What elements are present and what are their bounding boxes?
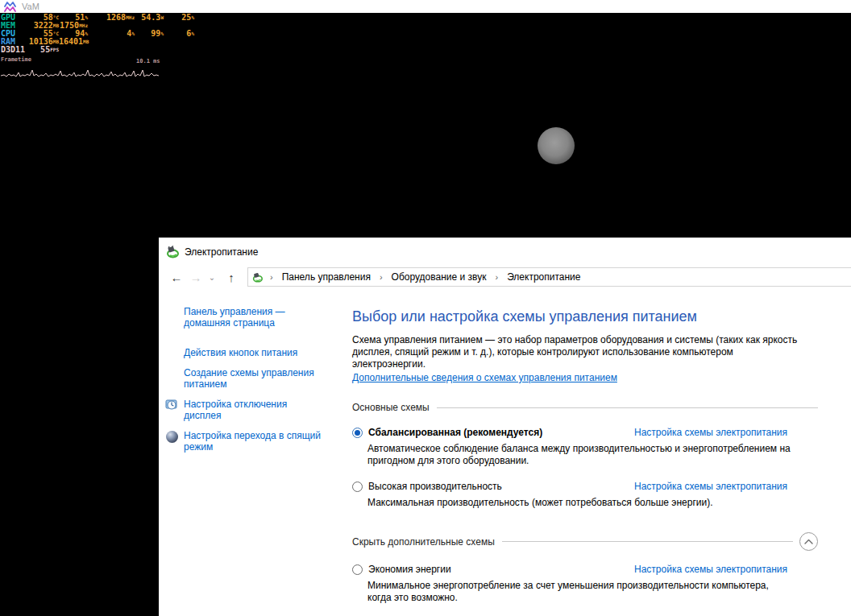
- plan-label[interactable]: Экономия энергии: [368, 564, 451, 575]
- sidebar-item-sleep-settings[interactable]: Настройка перехода в спящий режим: [164, 430, 352, 453]
- scene-sphere: [538, 127, 575, 164]
- radio-button[interactable]: [352, 564, 363, 575]
- plan-label[interactable]: Сбалансированная (рекомендуется): [368, 427, 542, 438]
- sidebar-item-display-off-settings[interactable]: Настройка отключения дисплея: [164, 399, 352, 421]
- address-power-icon: [252, 272, 263, 283]
- plan-power-saver: Экономия энергии Настройка схемы электро…: [352, 564, 818, 604]
- divider: [437, 407, 818, 408]
- performance-osd: GPU 58°C 51% 1268MHz 54.3W 25% MEM 3222M…: [1, 14, 199, 64]
- osd-row-mem: MEM 3222MB 1750MHz: [1, 22, 199, 30]
- breadcrumb-separator-icon: ›: [491, 272, 502, 282]
- divider: [502, 541, 793, 542]
- breadcrumb-separator-icon: ›: [376, 272, 387, 282]
- osd-row-fps: D3D11 55FPS: [1, 46, 199, 54]
- address-bar[interactable]: › Панель управления › Оборудование и зву…: [247, 267, 851, 287]
- power-options-window: Электропитание ← → ⌄ ↑ › Панель управлен…: [159, 238, 851, 616]
- change-plan-settings-link[interactable]: Настройка схемы электропитания: [634, 427, 787, 438]
- up-icon[interactable]: ↑: [222, 271, 241, 284]
- change-plan-settings-link[interactable]: Настройка схемы электропитания: [634, 564, 787, 575]
- collapse-section-button[interactable]: [799, 532, 818, 551]
- change-plan-settings-link[interactable]: Настройка схемы электропитания: [634, 481, 787, 492]
- plan-label[interactable]: Высокая производительность: [368, 481, 502, 492]
- sidebar-item-power-button-actions[interactable]: Действия кнопок питания: [164, 347, 352, 358]
- sidebar-tasks: Панель управления — домашняя страница Де…: [159, 288, 352, 604]
- frametime-graph: [1, 65, 162, 80]
- chevron-up-icon: [804, 539, 813, 544]
- osd-row-gpu: GPU 58°C 51% 1268MHz 54.3W 25%: [1, 14, 199, 22]
- vam-window-title: VaM: [22, 2, 39, 11]
- recent-locations-icon[interactable]: ⌄: [205, 273, 218, 282]
- frametime-current-value: 10.1 ms: [136, 57, 160, 65]
- breadcrumb-separator-icon: ›: [266, 272, 277, 282]
- breadcrumb-item-hardware-sound[interactable]: Оборудование и звук: [390, 271, 488, 283]
- radio-button[interactable]: [352, 428, 363, 438]
- window-body: Панель управления — домашняя страница Де…: [159, 288, 851, 604]
- section-primary-plans: Основные схемы: [352, 402, 818, 413]
- vam-logo-icon: [4, 2, 16, 12]
- window-titlebar[interactable]: Электропитание: [159, 238, 851, 266]
- page-title: Выбор или настройка схемы управления пит…: [352, 308, 818, 325]
- sleep-mode-icon: [166, 431, 178, 443]
- radio-button[interactable]: [352, 482, 363, 492]
- plan-description: Минимальное энергопотребление за счет ум…: [367, 580, 793, 604]
- forward-icon[interactable]: →: [186, 271, 205, 284]
- plan-high-performance: Высокая производительность Настройка схе…: [352, 481, 818, 509]
- breadcrumb-item-control-panel[interactable]: Панель управления: [280, 271, 372, 283]
- back-icon[interactable]: ←: [167, 271, 186, 284]
- navigation-bar: ← → ⌄ ↑ › Панель управления › Оборудован…: [159, 266, 851, 288]
- window-title: Электропитание: [185, 246, 258, 258]
- sidebar-item-create-power-plan[interactable]: Создание схемы управления питанием: [164, 367, 352, 390]
- breadcrumb-item-power-options[interactable]: Электропитание: [505, 271, 582, 283]
- frametime-label: Frametime: [1, 56, 199, 64]
- learn-more-link[interactable]: Дополнительные сведения о схемах управле…: [352, 372, 617, 383]
- sidebar-item-control-panel-home[interactable]: Панель управления — домашняя страница: [164, 306, 352, 329]
- screen: VaM GPU 58°C 51% 1268MHz 54.3W 25% MEM 3…: [0, 0, 851, 616]
- plan-description: Автоматическое соблюдение баланса между …: [367, 443, 793, 467]
- plan-description: Максимальная производительность (может п…: [367, 497, 793, 509]
- display-sleep-icon: [165, 399, 178, 411]
- main-content: Выбор или настройка схемы управления пит…: [352, 288, 818, 604]
- section-additional-plans: Скрыть дополнительные схемы: [352, 532, 818, 551]
- power-options-icon: [166, 246, 179, 258]
- vam-titlebar: VaM: [0, 0, 851, 13]
- intro-text: Схема управления питанием — это набор па…: [352, 334, 807, 370]
- plan-balanced: Сбалансированная (рекомендуется) Настрой…: [352, 427, 818, 467]
- osd-row-ram: RAM 10136MB 16401MB: [1, 38, 199, 46]
